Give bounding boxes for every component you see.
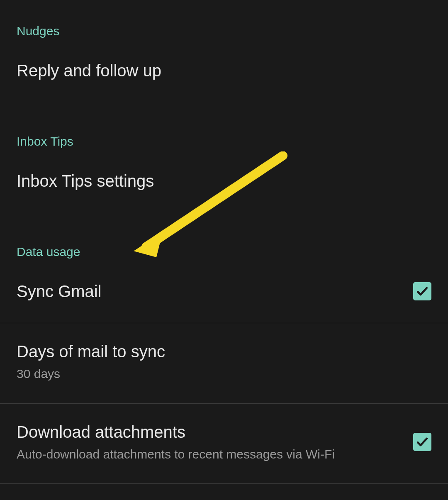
svg-line-1 bbox=[146, 156, 283, 247]
download-attachments-checkbox[interactable] bbox=[413, 433, 431, 451]
inbox-tips-section-header: Inbox Tips bbox=[0, 134, 448, 149]
days-sync-subtitle: 30 days bbox=[17, 366, 431, 383]
reply-follow-up-title: Reply and follow up bbox=[17, 60, 431, 81]
nudges-section-header: Nudges bbox=[0, 0, 448, 38]
sync-gmail-item[interactable]: Sync Gmail bbox=[0, 280, 448, 323]
download-attachments-subtitle: Auto-download attachments to recent mess… bbox=[17, 446, 401, 463]
download-attachments-item[interactable]: Download attachments Auto-download attac… bbox=[0, 404, 448, 484]
inbox-tips-settings-title: Inbox Tips settings bbox=[17, 170, 431, 192]
divider bbox=[0, 483, 448, 484]
days-sync-item[interactable]: Days of mail to sync 30 days bbox=[0, 323, 448, 403]
reply-follow-up-item[interactable]: Reply and follow up bbox=[0, 60, 448, 81]
data-usage-section-header: Data usage bbox=[0, 245, 448, 259]
inbox-tips-settings-item[interactable]: Inbox Tips settings bbox=[0, 170, 448, 192]
annotation-arrow-icon bbox=[134, 151, 291, 259]
download-attachments-title: Download attachments bbox=[17, 421, 401, 443]
checkmark-icon bbox=[416, 285, 429, 298]
days-sync-title: Days of mail to sync bbox=[17, 341, 431, 362]
sync-gmail-title: Sync Gmail bbox=[17, 280, 401, 302]
checkmark-icon bbox=[416, 435, 429, 449]
sync-gmail-checkbox[interactable] bbox=[413, 282, 431, 300]
